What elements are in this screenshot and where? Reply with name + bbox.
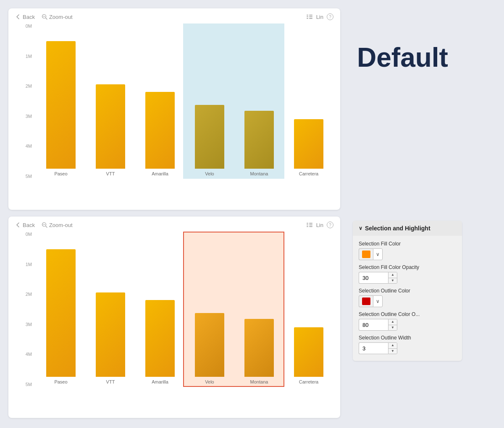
back-button-top[interactable]: Back [15,14,35,20]
fill-color-select: ∨ [359,248,456,260]
fill-color-swatch [359,248,373,260]
help-icon-top[interactable]: ? [327,13,333,20]
bar-amarilla-bottom [145,300,175,377]
bar-paseo-bottom [46,249,76,377]
svg-rect-6 [309,18,312,19]
bar-label-amarilla-top: Amarilla [152,171,168,176]
top-chart-toolbar: Back Zoom-out [15,13,333,20]
outline-width-up[interactable]: ▲ [388,343,397,349]
legend-icon-top [306,13,313,20]
zoom-icon-bottom [42,222,47,228]
y-label-2-top: 3M [26,114,32,119]
outline-color-select: ∨ [359,295,456,307]
svg-rect-9 [309,223,312,224]
outline-color-dropdown[interactable]: ∨ [373,295,383,307]
y-label-4-top: 1M [26,54,32,59]
bar-montana-top [244,111,274,169]
svg-rect-10 [307,224,308,225]
y-label-3-top: 2M [26,84,32,89]
settings-header[interactable]: ∨ Selection and Highlight [353,221,462,236]
bar-group-montana-bottom: Montana [234,232,284,387]
back-icon-bottom [15,222,21,228]
zoomout-button-top[interactable]: Zoom-out [42,14,73,20]
svg-rect-13 [309,226,312,227]
bar-label-vtt-top: VTT [106,171,115,176]
top-row: Back Zoom-out [8,8,496,210]
y-label-2-bottom: 3M [26,322,32,327]
help-icon-bottom[interactable]: ? [327,222,333,228]
outline-color-swatch [359,295,373,307]
fill-color-setting: Selection Fill Color ∨ [359,241,456,260]
bar-label-velo-bottom: Velo [205,379,214,384]
zoom-icon-top [42,14,47,20]
fill-opacity-label: Selection Fill Color Opacity [359,264,456,270]
fill-color-dropdown[interactable]: ∨ [373,248,383,260]
outline-opacity-input-wrap: ▲ ▼ [359,319,456,331]
svg-rect-3 [307,16,308,17]
bar-label-carretera-top: Carretera [299,171,318,176]
bottom-row: Back Zoom-out [8,217,496,418]
bottom-chart-area: 5M 4M 3M 2M 1M 0M Paseo [15,232,333,399]
bar-group-velo-top: Velo [185,23,234,179]
bar-group-paseo-top: Paseo [36,23,86,179]
outline-color-swatch-inner [362,298,370,305]
bar-label-velo-top: Velo [205,171,214,176]
settings-panel-container: ∨ Selection and Highlight Selection Fill… [349,217,496,361]
right-panel-top: Default [349,8,496,73]
svg-rect-2 [309,15,312,16]
fill-opacity-setting: Selection Fill Color Opacity ▲ ▼ [359,264,456,284]
bar-vtt-top [96,84,126,169]
top-chart-area: 5M 4M 3M 2M 1M 0M Paseo [15,23,333,191]
bar-label-paseo-bottom: Paseo [54,379,67,384]
svg-rect-11 [309,224,312,225]
svg-rect-4 [309,16,312,17]
y-axis-bottom: 5M 4M 3M 2M 1M 0M [15,232,34,387]
settings-panel: ∨ Selection and Highlight Selection Fill… [353,221,462,361]
y-label-5-top: 0M [26,23,32,29]
bar-velo-bottom [195,313,225,377]
y-label-0-top: 5M [26,174,32,179]
fill-opacity-down[interactable]: ▼ [388,278,397,284]
outline-opacity-down[interactable]: ▼ [388,325,397,331]
bar-group-velo-bottom: Velo [185,232,234,387]
fill-color-swatch-inner [362,251,370,258]
zoomout-button-bottom[interactable]: Zoom-out [42,222,73,228]
y-label-1-bottom: 4M [26,352,32,357]
fill-opacity-up[interactable]: ▲ [388,272,397,278]
outline-width-setting: Selection Outline Width ▲ ▼ [359,335,456,354]
outline-width-down[interactable]: ▼ [388,349,397,354]
outline-opacity-input[interactable] [359,319,388,331]
bar-label-montana-top: Montana [250,171,268,176]
bar-label-carretera-bottom: Carretera [299,379,318,384]
toolbar-left-bottom: Back Zoom-out [15,222,73,228]
bar-carretera-top [294,119,324,169]
bar-group-vtt-bottom: VTT [86,232,135,387]
default-label: Default [349,8,448,73]
outline-opacity-up[interactable]: ▲ [388,319,397,325]
outline-width-input-wrap: ▲ ▼ [359,342,456,354]
bar-velo-top [195,105,225,169]
bars-container-bottom: Paseo VTT Amarilla [36,232,333,387]
back-label-bottom: Back [23,222,35,228]
outline-opacity-spinner: ▲ ▼ [388,319,397,331]
fill-opacity-input[interactable] [359,272,388,284]
toolbar-left: Back Zoom-out [15,14,73,20]
settings-chevron: ∨ [359,225,362,231]
y-label-0-bottom: 5M [26,382,32,387]
bar-label-vtt-bottom: VTT [106,379,115,384]
back-button-bottom[interactable]: Back [15,222,35,228]
outline-color-label: Selection Outline Color [359,288,456,294]
outline-opacity-setting: Selection Outline Color O... ▲ ▼ [359,311,456,331]
outline-width-input[interactable] [359,342,388,354]
toolbar-right-bottom: Lin ? [306,222,333,228]
fill-color-label: Selection Fill Color [359,241,456,247]
y-axis-top: 5M 4M 3M 2M 1M 0M [15,23,34,179]
zoomout-label-top: Zoom-out [49,14,73,20]
outline-opacity-label: Selection Outline Color O... [359,311,456,317]
back-icon-top [15,14,21,20]
bar-group-montana-top: Montana [234,23,284,179]
bottom-chart-toolbar: Back Zoom-out [15,222,333,228]
y-label-3-bottom: 2M [26,292,32,297]
bar-group-paseo-bottom: Paseo [36,232,86,387]
y-label-4-bottom: 1M [26,262,32,267]
